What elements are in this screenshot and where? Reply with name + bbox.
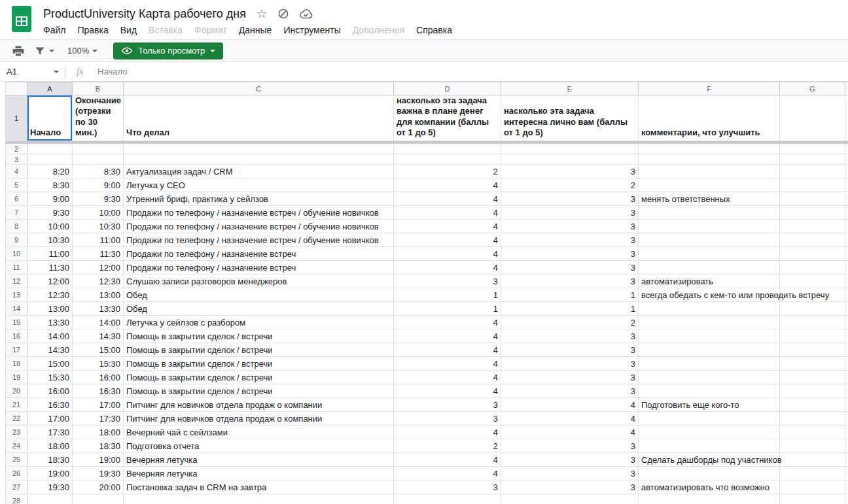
- cell-D3[interactable]: [394, 154, 501, 164]
- cell-D4[interactable]: 2: [394, 165, 501, 178]
- cell-B3[interactable]: [73, 154, 124, 164]
- row-header-21[interactable]: 21: [6, 398, 27, 411]
- cell-B18[interactable]: 15:30: [73, 357, 124, 370]
- cell-B10[interactable]: 11:30: [73, 247, 124, 260]
- row-header-18[interactable]: 18: [6, 357, 27, 370]
- cell-C21[interactable]: Питчинг для новичков отдела продаж о ком…: [124, 398, 394, 411]
- cell-F12[interactable]: автоматизировать: [639, 275, 780, 288]
- row-header-4[interactable]: 4: [6, 165, 27, 178]
- cell-D24[interactable]: 2: [394, 439, 501, 452]
- cell-A9[interactable]: 10:30: [27, 233, 73, 246]
- row-header-16[interactable]: 16: [6, 329, 27, 343]
- cell-F21[interactable]: Подготовить еще кого-то: [639, 398, 780, 411]
- cell-G26[interactable]: [780, 467, 845, 480]
- cell-F27[interactable]: автоматизировать что возможно: [639, 480, 780, 494]
- cell-F1[interactable]: комментарии, что улучшить: [639, 95, 780, 141]
- cell-E3[interactable]: [501, 154, 639, 164]
- menu-view[interactable]: Вид: [115, 24, 143, 37]
- cell-A18[interactable]: 15:00: [27, 357, 73, 370]
- cell-G19[interactable]: [780, 371, 845, 384]
- column-header-b[interactable]: B: [73, 82, 124, 95]
- row-header-11[interactable]: 11: [6, 261, 27, 274]
- cell-B21[interactable]: 17:00: [73, 398, 124, 411]
- row-header-13[interactable]: 13: [6, 288, 27, 301]
- cell-G12[interactable]: [780, 275, 845, 288]
- cell-A24[interactable]: 18:00: [27, 439, 73, 452]
- row-header-7[interactable]: 7: [6, 206, 27, 219]
- cell-E23[interactable]: 4: [501, 426, 639, 439]
- cell-A17[interactable]: 14:30: [27, 343, 73, 356]
- cell-C20[interactable]: Помощь в закрытии сделок / встречи: [124, 384, 394, 397]
- column-header-g[interactable]: G: [780, 82, 845, 95]
- cell-C8[interactable]: Продажи по телефону / назначение встреч …: [124, 220, 394, 233]
- cell-E5[interactable]: 2: [501, 178, 639, 192]
- cell-C11[interactable]: Продажи по телефону / назначение встреч: [124, 261, 394, 274]
- cell-B2[interactable]: [73, 144, 124, 154]
- cell-F17[interactable]: [639, 343, 780, 356]
- cell-C17[interactable]: Помощь в закрытии сделок / встречи: [124, 343, 394, 356]
- cell-A1[interactable]: Начало: [27, 95, 73, 141]
- cell-C14[interactable]: Обед: [124, 302, 394, 315]
- cell-B26[interactable]: 19:30: [73, 467, 124, 480]
- cell-A13[interactable]: 12:30: [27, 288, 73, 301]
- cell-C12[interactable]: Слушаю записи разговоров менеджеров: [124, 275, 394, 288]
- cell-G23[interactable]: [780, 426, 845, 439]
- cell-D18[interactable]: 4: [394, 357, 501, 370]
- cell-G24[interactable]: [780, 439, 845, 452]
- cell-D14[interactable]: 1: [394, 302, 501, 315]
- cell-E21[interactable]: 4: [501, 398, 639, 411]
- cell-E26[interactable]: 3: [501, 467, 639, 480]
- cell-G1[interactable]: [780, 95, 845, 141]
- cell-C23[interactable]: Вечерний чай с сейлзами: [124, 426, 394, 439]
- cell-F16[interactable]: [639, 329, 780, 343]
- cell-G20[interactable]: [780, 384, 845, 397]
- cell-D20[interactable]: 4: [394, 384, 501, 397]
- cell-C3[interactable]: [124, 154, 394, 164]
- cell-E4[interactable]: 3: [501, 165, 639, 178]
- cell-E12[interactable]: 3: [501, 275, 639, 288]
- row-header-3[interactable]: 3: [6, 154, 27, 164]
- column-header-d[interactable]: D: [394, 82, 501, 95]
- cell-F8[interactable]: [639, 220, 780, 233]
- sheets-logo-icon[interactable]: [12, 6, 31, 32]
- cell-E6[interactable]: 3: [501, 192, 639, 205]
- cell-C18[interactable]: Помощь в закрытии сделок / встречи: [124, 357, 394, 370]
- cell-B13[interactable]: 13:00: [73, 288, 124, 301]
- cell-E27[interactable]: 3: [501, 480, 639, 494]
- cell-D13[interactable]: 1: [394, 288, 501, 301]
- cell-C25[interactable]: Вечерняя летучка: [124, 453, 394, 466]
- menu-file[interactable]: Файл: [43, 24, 71, 37]
- cell-F14[interactable]: [639, 302, 780, 315]
- cell-D25[interactable]: 4: [394, 453, 501, 466]
- cell-G2[interactable]: [780, 144, 845, 154]
- zoom-control[interactable]: 100%: [67, 46, 97, 56]
- cell-C27[interactable]: Постановка задач в CRM на завтра: [124, 480, 394, 494]
- cell-A10[interactable]: 11:00: [27, 247, 73, 260]
- cell-G16[interactable]: [780, 329, 845, 343]
- cell-G18[interactable]: [780, 357, 845, 370]
- cell-E25[interactable]: 3: [501, 453, 639, 466]
- cell-E17[interactable]: 3: [501, 343, 639, 356]
- cell-E1[interactable]: насколько эта задача интересна лично вам…: [501, 95, 639, 141]
- cell-D21[interactable]: 3: [394, 398, 501, 411]
- select-all-corner[interactable]: [6, 82, 27, 95]
- cell-B5[interactable]: 9:00: [73, 178, 124, 192]
- cell-D2[interactable]: [394, 144, 501, 154]
- cell-G7[interactable]: [780, 206, 845, 219]
- formula-input[interactable]: Начало: [97, 67, 848, 76]
- cell-E7[interactable]: 3: [501, 206, 639, 219]
- column-header-e[interactable]: E: [501, 82, 639, 95]
- cell-C13[interactable]: Обед: [124, 288, 394, 301]
- cell-E20[interactable]: 3: [501, 384, 639, 397]
- cell-A25[interactable]: 18:30: [27, 453, 73, 466]
- cell-B6[interactable]: 9:30: [73, 192, 124, 205]
- cell-B14[interactable]: 13:30: [73, 302, 124, 315]
- cell-E15[interactable]: 2: [501, 316, 639, 329]
- cell-B24[interactable]: 18:30: [73, 439, 124, 452]
- star-icon[interactable]: ☆: [256, 8, 267, 20]
- cell-F26[interactable]: [639, 467, 780, 480]
- cell-E13[interactable]: 1: [501, 288, 639, 301]
- cell-E28[interactable]: [501, 494, 639, 504]
- cell-C5[interactable]: Летучка у CEO: [124, 178, 394, 192]
- cell-A15[interactable]: 13:30: [27, 316, 73, 329]
